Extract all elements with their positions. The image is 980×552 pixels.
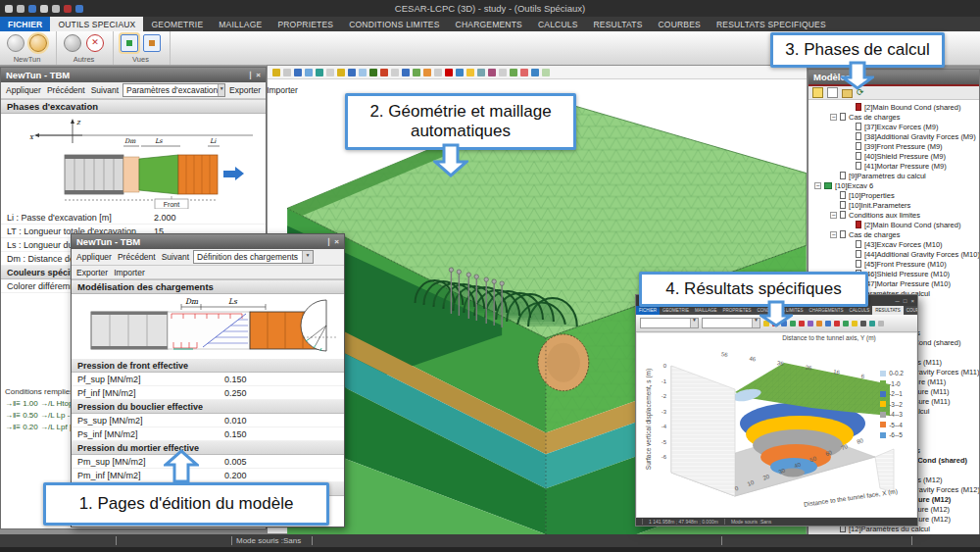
folder-icon[interactable] (842, 89, 853, 98)
pressure-row[interactable]: Pression du mortier effective (72, 441, 344, 455)
chevron-down-icon[interactable] (752, 319, 760, 327)
view-toolbar-icon[interactable] (337, 69, 345, 76)
view-tool-icon[interactable] (121, 34, 138, 52)
results-menu-tab[interactable]: RESULTATS (872, 306, 904, 315)
page-select-combo[interactable]: Définition des chargements (193, 250, 314, 264)
document-icon[interactable] (827, 87, 838, 98)
view-toolbar-icon[interactable] (434, 69, 442, 76)
view-toolbar-icon[interactable] (531, 69, 539, 76)
menu-tab[interactable]: COURBES (651, 17, 709, 31)
models-title-bar[interactable]: Modèles (808, 70, 979, 86)
next-button[interactable]: Suivant (89, 85, 121, 95)
previous-button[interactable]: Précédent (116, 252, 158, 262)
quick-access-icon[interactable] (75, 5, 83, 13)
view-toolbar-icon[interactable] (488, 69, 496, 76)
parameter-row[interactable]: Li : Passe d'excavation [m] 2.000 (1, 211, 266, 225)
results-menu-tab[interactable]: GEOMETRIE (660, 306, 692, 315)
quick-access-icon[interactable] (40, 5, 48, 13)
results-toolbar-icon[interactable] (878, 321, 884, 326)
view-toolbar-icon[interactable] (369, 69, 377, 76)
new-document-icon[interactable] (812, 87, 823, 98)
quick-access-icon[interactable] (52, 5, 60, 13)
newtun-tool-icon[interactable] (29, 34, 47, 52)
result-select-combo[interactable] (640, 318, 699, 328)
view-toolbar-icon[interactable] (520, 69, 528, 76)
view-toolbar-icon[interactable] (272, 69, 280, 76)
dialog-title-bar[interactable]: NewTun - TBM ∣× (72, 234, 344, 249)
collapse-icon[interactable] (814, 182, 821, 189)
pressure-row[interactable]: Pression de front effective (72, 359, 344, 373)
next-button[interactable]: Suivant (160, 252, 191, 262)
export-button[interactable]: Exporter (74, 268, 110, 277)
pin-icon[interactable]: ∣ (326, 237, 330, 246)
tree-item[interactable]: Conditions aux limites (808, 210, 979, 220)
quick-access-icon[interactable] (5, 5, 13, 13)
view-toolbar-icon[interactable] (445, 69, 453, 76)
page-select-combo[interactable]: Paramètres d'excavation (122, 83, 225, 97)
tree-item[interactable]: [10]Properties (808, 190, 979, 200)
results-menu-tab[interactable]: MAILLAGE (692, 306, 720, 315)
quick-access-icon[interactable] (17, 5, 24, 13)
view-toolbar-icon[interactable] (391, 69, 399, 76)
view-toolbar-icon[interactable] (423, 69, 431, 76)
close-icon[interactable]: × (256, 71, 261, 79)
pressure-row[interactable]: Pm_sup [MN/m2] 0.005 (72, 455, 344, 469)
collapse-icon[interactable] (830, 212, 837, 219)
window-button[interactable]: × (910, 298, 914, 304)
results-toolbar-icon[interactable] (852, 321, 858, 326)
menu-tab[interactable]: CONDITIONS LIMITES (341, 17, 447, 31)
tree-item[interactable]: [2]Main Bound Cond (shared) (808, 102, 979, 112)
close-icon[interactable]: × (334, 237, 339, 246)
pressure-row[interactable]: Pf_inf [MN/m2] 0.250 (72, 386, 344, 400)
results-toolbar-icon[interactable] (808, 321, 813, 326)
results-menu-tab[interactable]: CHARGEMENTS (807, 306, 847, 315)
view-toolbar-icon[interactable] (466, 69, 474, 76)
menu-tab[interactable]: RESULTATS SPECIFIQUES (709, 17, 834, 31)
tree-item[interactable]: [41]Mortar Pressure (M9) (808, 161, 979, 171)
view-toolbar-icon[interactable] (402, 69, 410, 76)
tree-item[interactable]: [44]Additional Gravity Forces (M10) (808, 249, 979, 259)
menu-tab[interactable]: GEOMETRIE (143, 17, 211, 31)
results-toolbar-icon[interactable] (825, 321, 831, 326)
pressure-row[interactable]: Pf_sup [MN/m2] 0.150 (72, 373, 344, 386)
pressure-row[interactable]: Pression du bouclier effective (72, 400, 344, 414)
view-toolbar-icon[interactable] (510, 69, 517, 76)
menu-tab[interactable]: PROPRIETES (270, 17, 341, 31)
tree-item[interactable]: Cas de charges (808, 229, 979, 239)
import-button[interactable]: Importer (265, 85, 300, 95)
pressure-row[interactable]: Pm_inf [MN/m2] 0.200 (72, 469, 344, 482)
pin-icon[interactable]: ∣ (248, 71, 252, 79)
results-menu-tab[interactable]: FICHIER (636, 306, 660, 315)
view-toolbar-icon[interactable] (499, 69, 507, 76)
tree-item[interactable]: [45]Front Pressure (M10) (808, 259, 979, 269)
tree-item[interactable]: [43]Excav Forces (M10) (808, 239, 979, 249)
chevron-down-icon[interactable] (218, 84, 224, 96)
menu-tab[interactable]: MAILLAGE (211, 17, 270, 31)
tree-item[interactable]: [39]Front Pressure (M9) (808, 141, 979, 151)
view-toolbar-icon[interactable] (348, 69, 356, 76)
quick-access-icon[interactable] (64, 5, 72, 13)
newtun-tool-icon[interactable] (7, 34, 24, 52)
view-tool-icon[interactable] (143, 34, 161, 52)
view-toolbar-icon[interactable] (316, 69, 323, 76)
quick-access-icon[interactable] (28, 5, 36, 13)
results-toolbar-icon[interactable] (834, 321, 840, 326)
menu-tab[interactable]: FICHIER (0, 17, 50, 31)
menu-tab[interactable]: CHARGEMENTS (448, 17, 530, 31)
menu-tab[interactable]: CALCULS (530, 17, 586, 31)
pressure-row[interactable]: Ps_sup [MN/m2] 0.010 (72, 414, 344, 427)
view-toolbar-icon[interactable] (380, 69, 388, 76)
results-toolbar-icon[interactable] (843, 321, 849, 326)
view-toolbar-icon[interactable] (326, 69, 334, 76)
apply-button[interactable]: Appliquer (74, 252, 114, 262)
tree-item[interactable]: [9]Paramètres du calcul (808, 171, 979, 180)
results-toolbar-icon[interactable] (799, 321, 805, 326)
window-button[interactable]: □ (904, 298, 907, 304)
menu-tab[interactable]: OUTILS SPECIAUX (50, 17, 143, 31)
collapse-icon[interactable] (830, 231, 837, 238)
results-toolbar-icon[interactable] (869, 321, 875, 326)
results-menu-tab[interactable]: CALCULS (847, 306, 873, 315)
tree-item[interactable]: Cas de charges (808, 112, 979, 122)
chevron-down-icon[interactable] (690, 319, 698, 327)
collapse-icon[interactable] (830, 114, 837, 121)
